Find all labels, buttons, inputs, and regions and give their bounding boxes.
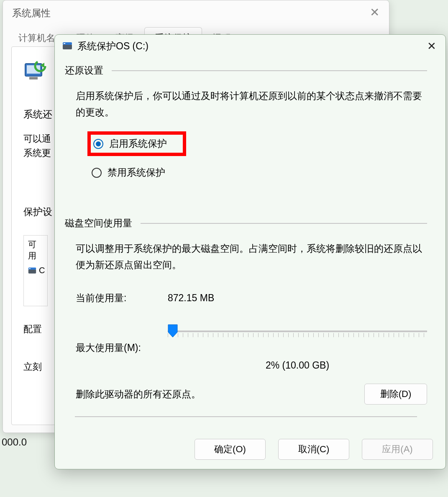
drive-icon — [28, 267, 36, 274]
restore-radio-group: 启用系统保护 禁用系统保护 — [87, 131, 427, 183]
current-usage-value: 872.15 MB — [168, 292, 427, 304]
dialog-button-row: 确定(O) 取消(C) 应用(A) — [195, 439, 433, 460]
dialog-body: 还原设置 启用系统保护后，你可以通过及时将计算机还原到以前的某个状态点来撤消不需… — [55, 57, 445, 425]
cancel-button[interactable]: 取消(C) — [278, 439, 349, 460]
back-titlebar: 系统属性 — [3, 0, 389, 26]
version-text: 000.0 — [2, 436, 27, 448]
divider — [141, 223, 427, 224]
disk-section-label: 磁盘空间使用量 — [65, 217, 132, 230]
drive-list-header: 可用 — [28, 239, 43, 261]
slider-ticks — [168, 333, 427, 337]
ok-button[interactable]: 确定(O) — [195, 439, 266, 460]
slider-value: 2% (10.00 GB) — [168, 360, 427, 371]
dialog-title: 系统保护OS (C:) — [77, 40, 148, 53]
radio-icon — [93, 139, 103, 149]
slider-track — [168, 330, 427, 332]
system-restore-icon — [23, 59, 47, 83]
close-icon[interactable]: ✕ — [425, 40, 439, 54]
delete-button[interactable]: 删除(D) — [364, 384, 427, 405]
disk-section-desc: 可以调整用于系统保护的最大磁盘空间。占满空间时，系统将删除较旧的还原点以便为新还… — [76, 241, 427, 273]
divider — [112, 70, 427, 71]
radio-enable-protection[interactable]: 启用系统保护 — [87, 131, 186, 156]
svg-rect-8 — [63, 44, 72, 49]
svg-rect-10 — [64, 43, 65, 44]
divider — [75, 416, 417, 417]
drive-letter: C — [39, 266, 45, 275]
delete-desc: 删除此驱动器的所有还原点。 — [76, 388, 201, 401]
restore-section-label: 还原设置 — [65, 64, 103, 77]
current-usage-label: 当前使用量: — [76, 292, 168, 305]
restore-section-desc: 启用系统保护后，你可以通过及时将计算机还原到以前的某个状态点来撤消不需要的更改。 — [76, 88, 427, 120]
radio-disable-label: 禁用系统保护 — [108, 166, 165, 179]
max-usage-label: 最大使用量(M): — [76, 341, 168, 354]
drive-item-c[interactable]: C — [28, 266, 45, 275]
radio-icon — [92, 168, 102, 178]
disk-section-head: 磁盘空间使用量 — [65, 217, 427, 230]
back-window-title: 系统属性 — [12, 7, 51, 20]
svg-rect-5 — [28, 269, 36, 273]
radio-enable-label: 启用系统保护 — [109, 137, 167, 150]
slider-thumb-icon[interactable] — [167, 324, 178, 338]
svg-rect-7 — [29, 268, 31, 269]
svg-rect-1 — [27, 65, 40, 74]
dialog-titlebar: 系统保护OS (C:) — [55, 35, 445, 57]
drive-icon — [62, 41, 72, 51]
restore-section-head: 还原设置 — [65, 64, 427, 77]
system-protection-dialog: 系统保护OS (C:) ✕ 还原设置 启用系统保护后，你可以通过及时将计算机还原… — [54, 34, 446, 469]
svg-rect-2 — [29, 77, 38, 79]
drive-list[interactable]: 可用 C — [23, 235, 48, 306]
radio-disable-protection[interactable]: 禁用系统保护 — [87, 162, 427, 183]
max-usage-slider[interactable] — [168, 325, 427, 338]
apply-button[interactable]: 应用(A) — [362, 439, 433, 460]
close-icon[interactable]: ✕ — [367, 6, 381, 20]
